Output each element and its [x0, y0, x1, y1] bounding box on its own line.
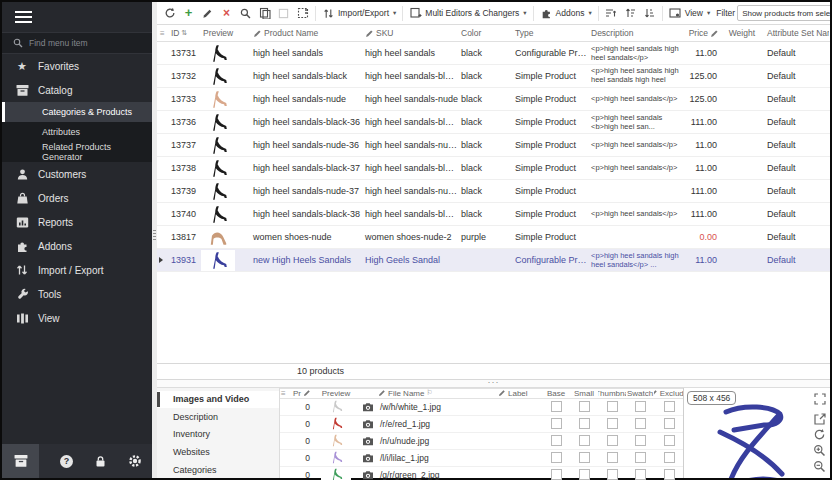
column-header-base[interactable]: Base — [542, 389, 570, 398]
base-checkbox[interactable] — [551, 418, 562, 429]
column-header-weight[interactable]: Weight — [725, 28, 761, 38]
sidebar-item-addons[interactable]: Addons — [2, 234, 152, 258]
filter-select[interactable]: Show products from selected categories ▾ — [737, 5, 830, 21]
store-manager-icon[interactable] — [2, 444, 39, 478]
thumbnail-checkbox[interactable] — [607, 469, 618, 480]
base-checkbox[interactable] — [551, 401, 562, 412]
thumbnail-checkbox[interactable] — [607, 418, 618, 429]
swatch-checkbox[interactable] — [635, 452, 646, 463]
add-product-button[interactable]: + — [180, 5, 197, 22]
settings-gear-icon[interactable] — [128, 444, 142, 478]
sidebar-item-customers[interactable]: Customers — [2, 162, 152, 186]
small-checkbox[interactable] — [579, 401, 590, 412]
base-checkbox[interactable] — [551, 435, 562, 446]
lock-icon[interactable] — [94, 444, 107, 478]
exclude-checkbox[interactable] — [664, 452, 675, 463]
image-row[interactable]: 0/g/r/green_2.jpg — [280, 467, 683, 480]
exclude-checkbox[interactable] — [664, 435, 675, 446]
column-chooser-icon[interactable]: ≡ — [280, 389, 288, 398]
column-header-thumbnail[interactable]: Thumbna — [598, 389, 626, 398]
swatch-checkbox[interactable] — [635, 401, 646, 412]
paste-special-button[interactable] — [294, 5, 311, 22]
multi-editors-menu[interactable]: Multi Editors & Changers ▾ — [407, 5, 528, 22]
column-header-label[interactable]: Label — [498, 389, 542, 398]
product-row[interactable]: 13739high heel sandals-nude-37high heel … — [157, 180, 830, 203]
sort-az-button[interactable] — [603, 5, 620, 22]
sidebar-item-reports[interactable]: Reports — [2, 210, 152, 234]
column-header-id[interactable]: ID ⇅ — [165, 28, 201, 38]
exclude-checkbox[interactable] — [664, 469, 675, 480]
sidebar-item-attributes[interactable]: Attributes — [2, 122, 152, 142]
small-checkbox[interactable] — [579, 469, 590, 480]
tab-inventory[interactable]: Inventory — [157, 426, 279, 444]
column-header-price[interactable]: Price — [685, 28, 725, 38]
exclude-checkbox[interactable] — [664, 418, 675, 429]
zoom-in-icon[interactable] — [813, 444, 826, 457]
panel-splitter-horizontal[interactable]: ··· — [157, 380, 830, 388]
small-checkbox[interactable] — [579, 435, 590, 446]
sidebar-item-favorites[interactable]: ★ Favorites — [2, 54, 152, 78]
zoom-out-icon[interactable] — [813, 460, 826, 473]
sidebar-item-tools[interactable]: Tools — [2, 282, 152, 306]
fit-screen-icon[interactable] — [814, 393, 826, 405]
search-button[interactable] — [237, 5, 254, 22]
product-row[interactable]: 13733high heel sandals-nudehigh heel san… — [157, 88, 830, 111]
paste-button[interactable] — [275, 5, 292, 22]
sidebar-item-categories-products[interactable]: Categories & Products — [2, 102, 152, 122]
column-header-color[interactable]: Color — [459, 28, 513, 38]
column-header-exclude[interactable]: Exclude — [654, 389, 684, 398]
sidebar-item-import-export[interactable]: Import / Export — [2, 258, 152, 282]
copy-button[interactable] — [256, 5, 273, 22]
product-row[interactable]: 13817women shoes-nudewomen shoes-nude-2p… — [157, 226, 830, 249]
small-checkbox[interactable] — [579, 452, 590, 463]
tab-images-and-video[interactable]: Images and Video — [157, 391, 279, 409]
tab-websites[interactable]: Websites — [157, 443, 279, 461]
column-header-preview[interactable]: Preview — [201, 28, 251, 38]
product-row[interactable]: 13740high heel sandals-black-38high heel… — [157, 203, 830, 226]
product-row[interactable]: 13931new High Heels SandalsHigh Geels Sa… — [157, 249, 830, 272]
column-header-type[interactable]: Type — [513, 28, 589, 38]
column-header-small[interactable]: Small — [570, 389, 598, 398]
hamburger-menu-icon[interactable] — [2, 2, 152, 32]
base-checkbox[interactable] — [551, 452, 562, 463]
product-row[interactable]: 13731high heel sandalshigh heel sandalsb… — [157, 42, 830, 65]
view-menu[interactable]: View ▾ — [667, 5, 713, 22]
thumbnail-checkbox[interactable] — [607, 435, 618, 446]
column-header-image-preview[interactable]: Preview — [314, 389, 358, 398]
addons-menu[interactable]: Addons ▾ — [538, 5, 594, 22]
sort-asc-button[interactable] — [622, 5, 639, 22]
product-row[interactable]: 13737high heel sandals-nude-36high heel … — [157, 134, 830, 157]
column-header-pr[interactable]: Pr — [288, 389, 314, 398]
column-header-attribute-set[interactable]: Attribute Set Name — [761, 28, 829, 38]
open-external-icon[interactable] — [814, 413, 826, 425]
product-row[interactable]: 13738high heel sandals-black-37high heel… — [157, 157, 830, 180]
sidebar-item-view[interactable]: View — [2, 306, 152, 330]
small-checkbox[interactable] — [579, 418, 590, 429]
base-checkbox[interactable] — [551, 469, 562, 480]
menu-search-input[interactable] — [29, 38, 133, 48]
column-header-swatch[interactable]: Swatch — [626, 389, 654, 398]
sidebar-item-orders[interactable]: Orders — [2, 186, 152, 210]
column-header-product-name[interactable]: Product Name — [251, 28, 363, 38]
column-chooser-icon[interactable]: ≡ — [157, 29, 165, 38]
column-header-sku[interactable]: SKU — [363, 28, 459, 38]
column-header-file-name[interactable]: File Name ⚐ — [378, 389, 498, 398]
thumbnail-checkbox[interactable] — [607, 401, 618, 412]
sort-desc-button[interactable] — [641, 5, 658, 22]
swatch-checkbox[interactable] — [635, 469, 646, 480]
column-header-description[interactable]: Description — [589, 28, 685, 38]
image-row[interactable]: 0/n/u/nude.jpg — [280, 433, 683, 450]
image-row[interactable]: 0/w/h/white_1.jpg — [280, 399, 683, 416]
edit-product-button[interactable] — [199, 5, 216, 22]
product-row[interactable]: 13736high heel sandals-black-36high heel… — [157, 111, 830, 134]
refresh-button[interactable] — [161, 5, 178, 22]
image-row[interactable]: 0/r/e/red_1.jpg — [280, 416, 683, 433]
product-row[interactable]: 13732high heel sandals-blackhigh heel sa… — [157, 65, 830, 88]
swatch-checkbox[interactable] — [635, 435, 646, 446]
tab-categories[interactable]: Categories — [157, 461, 279, 479]
tab-description[interactable]: Description — [157, 408, 279, 426]
sidebar-item-catalog[interactable]: Catalog — [2, 78, 152, 102]
image-row[interactable]: 0/l/i/lilac_1.jpg — [280, 450, 683, 467]
sidebar-item-related-products-generator[interactable]: Related Products Generator — [2, 142, 152, 162]
rotate-icon[interactable] — [813, 428, 826, 441]
